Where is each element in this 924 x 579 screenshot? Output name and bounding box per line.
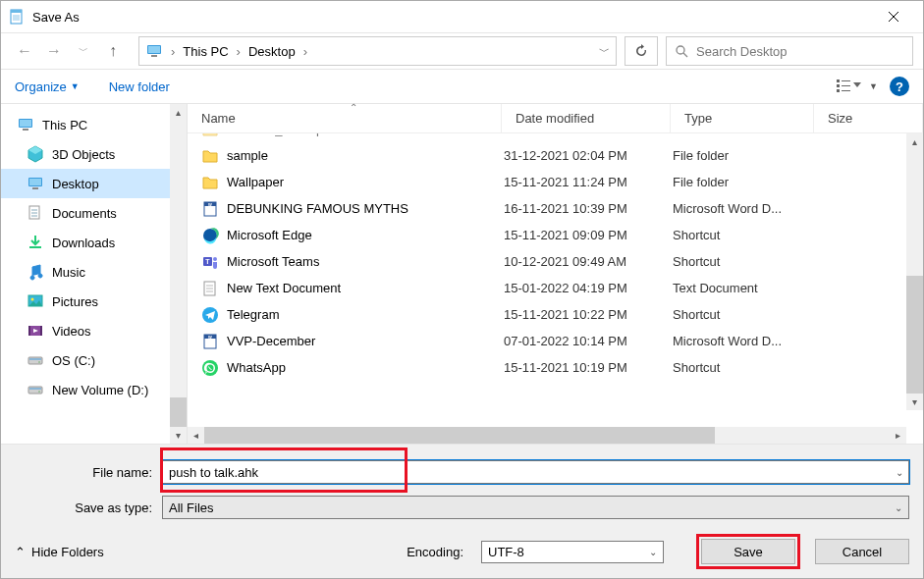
recent-dropdown[interactable]: ﹀ — [70, 37, 97, 65]
music-icon — [27, 263, 44, 281]
this-pc-icon — [17, 116, 34, 133]
svg-rect-33 — [40, 326, 42, 336]
tree-item-new-volume-d-[interactable]: New Volume (D:) — [1, 375, 187, 404]
search-input[interactable]: Search Desktop — [666, 36, 913, 66]
svg-rect-13 — [837, 84, 840, 87]
tree-item-desktop[interactable]: Desktop — [1, 169, 187, 198]
file-row[interactable]: LinkedIn_writeups13-12-2021 07:33 PMFile… — [188, 133, 906, 142]
breadcrumb[interactable]: This PC — [177, 44, 234, 59]
svg-text:W: W — [208, 335, 212, 340]
chevron-down-icon: ⌄ — [895, 502, 902, 513]
sort-ascending-icon: ⌃ — [350, 102, 357, 113]
tree-this-pc[interactable]: This PC — [1, 110, 187, 139]
svg-rect-8 — [148, 46, 160, 53]
new-folder-button[interactable]: New folder — [109, 79, 170, 94]
column-date-header[interactable]: Date modified — [502, 104, 671, 132]
toolbar: Organize▼ New folder ▼ ? — [1, 70, 923, 103]
hide-folders-button[interactable]: ⌃ Hide Folders — [15, 545, 104, 559]
view-options-button[interactable] — [836, 78, 863, 95]
scroll-up-icon[interactable]: ▴ — [906, 133, 923, 150]
column-name-header[interactable]: Name — [188, 104, 502, 132]
chevron-down-icon: ⌄ — [649, 547, 657, 557]
tree-item-downloads[interactable]: Downloads — [1, 228, 187, 257]
svg-text:W: W — [208, 202, 212, 207]
svg-rect-12 — [837, 79, 840, 82]
tree-item-videos[interactable]: Videos — [1, 316, 187, 345]
3d-icon — [27, 145, 44, 163]
column-headers: ⌃ Name Date modified Type Size — [188, 104, 923, 133]
svg-point-36 — [38, 361, 40, 363]
file-row[interactable]: WVVP-December07-01-2022 10:14 PMMicrosof… — [188, 328, 906, 354]
tree-item-music[interactable]: Music — [1, 257, 187, 287]
file-row[interactable]: Wallpaper15-11-2021 11:24 PMFile folder — [188, 169, 906, 195]
downloads-icon — [27, 234, 44, 251]
navigation-bar: ← → ﹀ ↑ › This PC › Desktop › ﹀ Search D… — [1, 32, 923, 70]
save-as-type-select[interactable]: All Files ⌄ — [162, 496, 909, 519]
svg-rect-19 — [20, 120, 31, 127]
up-button[interactable]: ↑ — [99, 37, 127, 65]
save-form: File name: ⌄ Save as type: All Files ⌄ — [1, 444, 923, 578]
whatsapp-icon — [201, 359, 219, 377]
save-button[interactable]: Save — [701, 539, 795, 564]
refresh-button[interactable] — [625, 36, 658, 66]
file-row[interactable]: WhatsApp15-11-2021 10:19 PMShortcut — [188, 354, 906, 381]
close-button[interactable] — [872, 2, 915, 31]
file-row[interactable]: TMicrosoft Teams10-12-2021 09:49 AMShort… — [188, 248, 906, 275]
svg-rect-38 — [29, 388, 41, 390]
address-bar[interactable]: › This PC › Desktop › ﹀ — [138, 36, 617, 66]
forward-button[interactable]: → — [40, 37, 68, 65]
drive-icon — [27, 381, 44, 398]
svg-point-39 — [38, 391, 40, 393]
breadcrumb[interactable]: Desktop — [243, 44, 301, 59]
help-button[interactable]: ? — [890, 77, 909, 96]
documents-icon — [27, 204, 44, 222]
encoding-select[interactable]: UTF-8 ⌄ — [481, 541, 664, 563]
title-bar: Save As — [1, 1, 923, 32]
file-list-pane: ⌃ Name Date modified Type Size LinkedIn_… — [188, 104, 923, 444]
svg-rect-35 — [29, 358, 41, 360]
cancel-button[interactable]: Cancel — [815, 539, 909, 564]
drive-icon — [27, 351, 44, 369]
svg-point-56 — [207, 364, 214, 371]
back-button[interactable]: ← — [11, 37, 38, 65]
scroll-down-icon[interactable]: ▾ — [170, 427, 187, 444]
word-icon: W — [201, 333, 219, 350]
file-name-label: File name: — [15, 465, 162, 480]
scroll-thumb[interactable] — [170, 397, 187, 427]
organize-button[interactable]: Organize▼ — [15, 79, 80, 94]
tree-item-documents[interactable]: Documents — [1, 198, 187, 228]
teams-icon: T — [201, 253, 219, 271]
scroll-down-icon[interactable]: ▾ — [906, 394, 923, 410]
window-title: Save As — [32, 10, 80, 25]
scroll-right-icon[interactable]: ▸ — [890, 427, 906, 444]
scroll-thumb[interactable] — [906, 276, 923, 394]
word-icon: W — [201, 200, 219, 218]
scroll-thumb[interactable] — [204, 427, 715, 444]
chevron-up-icon: ⌃ — [15, 545, 26, 559]
svg-point-46 — [213, 257, 217, 261]
tree-item-pictures[interactable]: Pictures — [1, 287, 187, 316]
telegram-icon — [201, 306, 219, 324]
tree-item-os-c-[interactable]: OS (C:) — [1, 345, 187, 375]
edge-icon — [201, 227, 219, 244]
file-row[interactable]: Microsoft Edge15-11-2021 09:09 PMShortcu… — [188, 222, 906, 248]
column-type-header[interactable]: Type — [671, 104, 814, 132]
file-row[interactable]: sample31-12-2021 02:04 PMFile folder — [188, 142, 906, 169]
file-row[interactable]: New Text Document15-01-2022 04:19 PMText… — [188, 275, 906, 301]
tree-item-3d-objects[interactable]: 3D Objects — [1, 139, 187, 169]
horizontal-scrollbar[interactable]: ◂ ▸ — [188, 427, 906, 444]
chevron-down-icon[interactable]: ﹀ — [599, 44, 610, 59]
scroll-up-icon[interactable]: ▴ — [170, 104, 187, 121]
file-row[interactable]: WDEBUNKING FAMOUS MYTHS16-11-2021 10:39 … — [188, 195, 906, 222]
text-icon — [201, 280, 219, 297]
save-as-dialog: Save As ← → ﹀ ↑ › This PC › Desktop › ﹀ — [0, 0, 924, 579]
scroll-left-icon[interactable]: ◂ — [188, 427, 204, 444]
file-name-input[interactable] — [162, 460, 909, 484]
svg-rect-22 — [29, 179, 41, 185]
folder-icon — [201, 133, 219, 138]
vertical-scrollbar[interactable]: ▴ ▾ — [906, 133, 923, 410]
tree-scrollbar[interactable]: ▴ ▾ — [170, 104, 187, 444]
pictures-icon — [27, 292, 44, 310]
file-row[interactable]: Telegram15-11-2021 10:22 PMShortcut — [188, 301, 906, 328]
column-size-header[interactable]: Size — [814, 104, 923, 132]
